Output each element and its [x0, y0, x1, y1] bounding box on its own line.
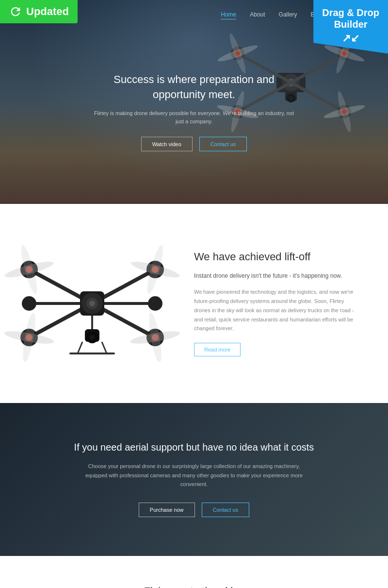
svg-point-20 [342, 51, 347, 56]
svg-point-19 [235, 51, 240, 56]
svg-line-4 [291, 53, 344, 83]
dnd-line1: Drag & Drop [322, 7, 379, 18]
arrows-icon: ↗↙ [322, 32, 379, 45]
aerial-support-section: If you need aerial support but have no i… [0, 403, 388, 556]
dnd-line2: Builder [334, 19, 368, 30]
hero-title: Success is where preparation and opportu… [92, 72, 296, 102]
read-more-button[interactable]: Read more [194, 343, 241, 356]
watch-video-button[interactable]: Watch video [141, 136, 193, 151]
refresh-icon [9, 5, 22, 18]
svg-point-41 [148, 296, 162, 311]
aerial-body: Choose your personal drone in our surpri… [78, 462, 310, 489]
svg-line-60 [102, 342, 107, 353]
hero-buttons: Watch video Contact us [92, 136, 296, 151]
liftoff-section: We have achieved lift-off Instant drone … [0, 204, 388, 403]
liftoff-subtitle: Instant drone delivery isn't the future … [194, 271, 359, 281]
svg-line-6 [291, 83, 344, 112]
svg-point-58 [91, 336, 94, 339]
contact-us-dark-button[interactable]: Contact us [202, 503, 250, 517]
liftoff-body: We have pioneered the technology and the… [194, 287, 359, 333]
nav-home[interactable]: Home [221, 11, 236, 19]
svg-point-35 [89, 301, 95, 306]
hero-subtitle: Flirtey is making drone delivery possibl… [92, 109, 296, 126]
updated-label: Updated [26, 5, 69, 18]
liftoff-drone-image [2, 233, 182, 374]
drone-image-container [0, 233, 184, 374]
liftoff-content: We have achieved lift-off Instant drone … [184, 251, 388, 356]
liftoff-heading: We have achieved lift-off [194, 251, 359, 263]
contact-us-hero-button[interactable]: Contact us [199, 136, 247, 151]
svg-point-22 [342, 109, 347, 114]
hero-content: Success is where preparation and opportu… [92, 72, 296, 151]
aerial-buttons: Purchase now Contact us [29, 503, 359, 517]
purchase-now-button[interactable]: Purchase now [139, 503, 195, 517]
nav-gallery[interactable]: Gallery [279, 11, 297, 18]
aerial-heading: If you need aerial support but have no i… [29, 442, 359, 453]
svg-line-59 [78, 342, 82, 353]
flying-heading: Flying up to the skies [29, 585, 359, 588]
flying-section: Flying up to the skies Our drones are ma… [0, 556, 388, 588]
updated-badge: Updated [0, 0, 78, 23]
svg-point-40 [22, 296, 36, 311]
nav-about[interactable]: About [250, 11, 265, 18]
